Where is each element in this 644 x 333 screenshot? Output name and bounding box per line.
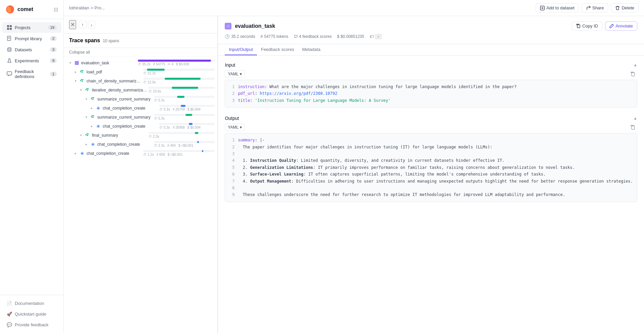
detail-task-name: evaluation_task [235, 23, 275, 29]
book-icon [7, 36, 12, 41]
tool-icon [90, 96, 96, 102]
input-format-select[interactable]: YAML ▾ [225, 70, 245, 78]
sidebar-item-provide-feedback[interactable]: 💬 Provide feedback [2, 320, 61, 330]
copy-icon [631, 125, 635, 130]
span-toggle[interactable]: ▾ [84, 97, 89, 102]
trace-panel-header: ✕ ↑ ↓ [64, 16, 217, 34]
list-item[interactable]: ▾summarize_current_summary⏱ 5.3s [64, 113, 217, 122]
breadcrumb-workspace[interactable]: lothiraldan [69, 5, 89, 10]
sidebar-item-datasets[interactable]: Datasets 3 [2, 44, 61, 55]
span-toggle[interactable]: ▾ [68, 61, 72, 65]
svg-point-20 [87, 89, 88, 91]
add-to-dataset-button[interactable]: Add to dataset [536, 3, 579, 12]
feedback-icon [294, 35, 298, 39]
span-toggle[interactable]: ▸ [89, 124, 94, 129]
span-bar-area: ⏱ 10.6s [149, 87, 215, 93]
span-tokens: # 26759 [173, 108, 185, 111]
tool-icon [85, 132, 91, 138]
nav-up-button[interactable]: ↑ [79, 21, 87, 28]
flask-icon [7, 58, 12, 63]
clock-icon: 🕐 [225, 34, 230, 39]
nav-down-button[interactable]: ↓ [88, 21, 96, 28]
span-name: chain_of_density_summarization [87, 79, 142, 83]
sidebar-badge-feedback: 1 [50, 72, 57, 76]
span-bar [138, 60, 211, 62]
span-bar-area: ⏱ 5.3s [154, 114, 215, 120]
span-cost: $ $0.004 [187, 126, 201, 129]
svg-point-9 [8, 48, 11, 49]
span-bar [202, 150, 203, 152]
sidebar-item-feedback-definitions[interactable]: Feedback definitions 1 [2, 66, 61, 82]
span-time: ⏱ 5.3s [154, 117, 165, 120]
span-toggle[interactable]: ▸ [89, 106, 94, 111]
list-item[interactable]: ▸chat_completion_create⏱ 5.3s# 26759$ $0… [64, 104, 217, 113]
llm-icon [95, 123, 101, 129]
collapse-all-button[interactable]: Collapse all [64, 48, 217, 57]
sidebar-item-projects[interactable]: Projects 19 [2, 22, 61, 33]
span-toggle[interactable]: ▸ [73, 151, 78, 156]
list-item[interactable]: ▾summarize_current_summary⏱ 5.3s [64, 94, 217, 104]
breadcrumb-project[interactable]: Pro... [95, 5, 105, 10]
list-item[interactable]: ▾iterative_density_summarization⏱ 10.6s [64, 85, 217, 94]
code-line: 1 summary: |- [229, 137, 633, 143]
breadcrumb: lothiraldan > Pro... [69, 5, 533, 10]
sidebar-item-experiments[interactable]: Experiments 9 [2, 55, 61, 66]
sidebar-badge-projects: 19 [48, 25, 57, 30]
code-line: 3 [229, 150, 633, 157]
output-section-header[interactable]: Output ▲ [225, 113, 637, 124]
span-toggle[interactable]: ▾ [84, 115, 89, 120]
sidebar-toggle-button[interactable]: ⊟ [54, 6, 58, 13]
span-toggle[interactable]: ▸ [84, 142, 89, 147]
list-item[interactable]: ▸chat_completion_create⏱ 5.3s# 26958$ $0… [64, 122, 217, 131]
tab-input-output[interactable]: Input/Output [225, 44, 257, 55]
span-toggle[interactable]: ▾ [78, 88, 83, 92]
span-time: ⏱ 5.3s [154, 98, 165, 102]
span-toggle[interactable]: ▾ [78, 133, 83, 138]
share-button[interactable]: Share [582, 3, 608, 12]
add-tag-button[interactable]: + [375, 34, 382, 39]
svg-rect-3 [10, 25, 12, 27]
sidebar-item-prompt-library[interactable]: Prompt library 2 [2, 33, 61, 44]
traces-area: Chain of D Traces LLM c... ID [64, 16, 644, 333]
copy-icon [576, 24, 581, 28]
delete-button[interactable]: Delete [611, 3, 639, 12]
close-panel-button[interactable]: ✕ [69, 20, 76, 29]
list-item[interactable]: ▸load_pdf⏱ 21.2s [64, 67, 217, 76]
trace-panel-title-row: Trace spans 10 spans [64, 34, 217, 48]
meta-tokens: # 54775 tokens [261, 34, 288, 39]
list-item[interactable]: ▾evaluation_task⏱ 35.2s# 54775✏ 4$ $0.00… [64, 58, 217, 67]
list-item[interactable]: ▸chat_completion_create⏱ 2.3s# 400$ <$0.… [64, 140, 217, 149]
span-meta: ⏱ 1.2s# 658$ <$0.001 [143, 153, 215, 156]
tab-feedback-scores[interactable]: Feedback scores [257, 44, 298, 55]
svg-rect-28 [577, 25, 580, 28]
code-line: 5 2. Generalization Limitations: IT prim… [229, 164, 633, 171]
input-section-header[interactable]: Input ▲ [225, 60, 637, 70]
sidebar-item-quickstart-guide[interactable]: 🚀 Quickstart guide [2, 309, 61, 319]
span-feedback: ✏ 4 [168, 62, 173, 66]
input-copy-button[interactable] [629, 71, 637, 77]
sidebar-footer-label: Quickstart guide [15, 312, 46, 317]
spans-list: ▾evaluation_task⏱ 35.2s# 54775✏ 4$ $0.00… [64, 57, 217, 333]
span-cost: $ <$0.001 [168, 153, 183, 156]
output-format-select[interactable]: YAML ▾ [225, 124, 245, 131]
list-item[interactable]: ▾chain_of_density_summarization⏱ 12.9s [64, 76, 217, 85]
list-item[interactable]: ▾final_summary⏱ 2.3s [64, 131, 217, 140]
span-tokens: # 26958 [173, 126, 185, 129]
span-cost: $ <$0.001 [178, 144, 194, 147]
output-copy-button[interactable] [629, 124, 637, 131]
span-toggle[interactable]: ▾ [73, 79, 78, 83]
svg-point-21 [92, 98, 94, 100]
sidebar-item-documentation[interactable]: 📄 Documentation [2, 298, 61, 309]
copy-id-button[interactable]: Copy ID [572, 21, 602, 30]
trace-spans-title: Trace spans [69, 38, 100, 44]
span-meta: ⏱ 2.3s# 400$ <$0.001 [154, 144, 215, 147]
span-tokens: # 54775 [153, 62, 165, 66]
span-bar [177, 96, 184, 98]
list-item[interactable]: ▸chat_completion_create⏱ 1.2s# 658$ <$0.… [64, 149, 217, 158]
span-time: ⏱ 5.3s [159, 126, 170, 129]
span-bar-area: ⏱ 5.3s# 26759$ $0.004 [159, 105, 215, 111]
tab-metadata[interactable]: Metadata [298, 44, 324, 55]
meta-cost: $ $0.00851235 [337, 34, 364, 39]
annotate-button[interactable]: Annotate [605, 21, 637, 30]
span-toggle[interactable]: ▸ [73, 70, 78, 74]
